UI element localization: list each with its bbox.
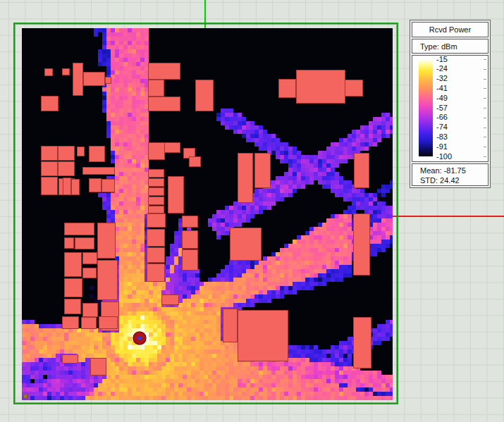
colorbar-tick-mark	[484, 118, 486, 118]
colorbar-tick-mark	[484, 156, 486, 157]
colorbar-tick-label: -49	[436, 94, 448, 103]
colorbar-tick-label: -32	[436, 74, 448, 83]
colorbar-tick-mark	[484, 59, 486, 60]
colorbar-tick-labels: -15-24-32-41-49-57-66-74-83-91-100	[436, 56, 479, 161]
colorbar-tick-label: -66	[436, 113, 448, 122]
colorbar-tick-label: -74	[436, 123, 448, 132]
colorbar-tick-mark	[484, 69, 486, 70]
colorbar-tick-label: -57	[436, 104, 448, 113]
colorbar-tick-mark	[484, 98, 486, 99]
colorbar-tick-mark	[484, 137, 486, 137]
colorbar-tick-label: -41	[436, 84, 448, 93]
colorbar-tick-label: -100	[436, 152, 452, 161]
colorbar-tick-mark	[484, 88, 486, 89]
colorbar-tick-mark	[484, 147, 486, 147]
legend-type-label: Type: dBm	[412, 39, 488, 54]
colorbar-tick-label: -15	[436, 55, 448, 64]
legend-title: Rcvd Power	[412, 22, 488, 37]
legend-mean-value: Mean: -81.75	[420, 166, 488, 175]
crosshair-horizontal-line	[393, 216, 504, 217]
colorbar-tick-label: -91	[436, 142, 448, 151]
coverage-map[interactable]	[22, 28, 393, 400]
legend-panel[interactable]: Rcvd Power Type: dBm -15-24-32-41-49-57-…	[410, 20, 491, 188]
colorbar-tick-mark	[484, 79, 486, 80]
viewer-workspace: Rcvd Power Type: dBm -15-24-32-41-49-57-…	[0, 0, 504, 422]
colorbar-gradient	[419, 59, 433, 156]
colorbar-tick-mark	[484, 108, 486, 108]
legend-statistics: Mean: -81.75 STD: 24.42	[412, 163, 488, 186]
colorbar-tick-mark	[484, 128, 486, 128]
colorbar-tick-label: -83	[436, 132, 448, 142]
colorbar-tick-label: -24	[436, 64, 448, 73]
legend-std-value: STD: 24.42	[420, 175, 488, 185]
legend-colorbar-section: -15-24-32-41-49-57-66-74-83-91-100	[412, 55, 488, 162]
